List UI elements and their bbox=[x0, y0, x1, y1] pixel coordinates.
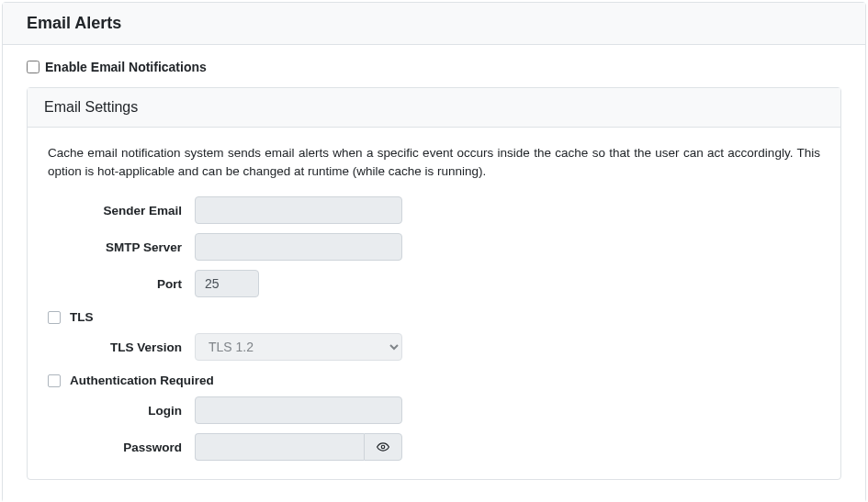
tls-version-row: TLS Version TLS 1.2 bbox=[48, 333, 820, 361]
tls-checkbox[interactable] bbox=[48, 311, 61, 324]
email-settings-description: Cache email notification system sends em… bbox=[48, 144, 820, 180]
enable-email-label: Enable Email Notifications bbox=[45, 60, 207, 74]
smtp-server-row: SMTP Server bbox=[48, 233, 820, 261]
password-input[interactable] bbox=[195, 433, 364, 461]
port-label: Port bbox=[48, 277, 195, 291]
body-area: Enable Email Notifications Email Setting… bbox=[3, 45, 865, 502]
eye-icon bbox=[377, 441, 389, 453]
email-alerts-section: Email Alerts Enable Email Notifications … bbox=[2, 2, 866, 502]
auth-required-row[interactable]: Authentication Required bbox=[48, 374, 820, 387]
password-row: Password bbox=[48, 433, 820, 461]
page-title: Email Alerts bbox=[27, 14, 841, 33]
email-settings-panel: Email Settings Cache email notification … bbox=[27, 87, 841, 480]
tls-version-select[interactable]: TLS 1.2 bbox=[195, 333, 402, 361]
tls-version-label: TLS Version bbox=[48, 340, 195, 354]
toggle-password-button[interactable] bbox=[364, 433, 402, 461]
sender-email-label: Sender Email bbox=[48, 204, 195, 218]
login-row: Login bbox=[48, 396, 820, 424]
page-header: Email Alerts bbox=[3, 3, 865, 45]
login-label: Login bbox=[48, 404, 195, 418]
port-input[interactable] bbox=[195, 270, 259, 297]
email-settings-body: Cache email notification system sends em… bbox=[28, 128, 840, 479]
login-input[interactable] bbox=[195, 396, 402, 424]
sender-email-row: Sender Email bbox=[48, 196, 820, 224]
auth-required-label: Authentication Required bbox=[70, 374, 214, 387]
tls-label: TLS bbox=[70, 310, 94, 324]
sender-email-input[interactable] bbox=[195, 196, 402, 224]
svg-point-0 bbox=[381, 445, 385, 449]
port-row: Port bbox=[48, 270, 820, 297]
password-label: Password bbox=[48, 441, 195, 454]
email-settings-header: Email Settings bbox=[28, 88, 840, 128]
enable-email-checkbox[interactable] bbox=[27, 61, 39, 73]
smtp-server-input[interactable] bbox=[195, 233, 402, 261]
smtp-server-label: SMTP Server bbox=[48, 240, 195, 254]
password-input-group bbox=[195, 433, 402, 461]
auth-required-checkbox[interactable] bbox=[48, 374, 61, 387]
enable-email-row[interactable]: Enable Email Notifications bbox=[27, 60, 841, 74]
tls-row[interactable]: TLS bbox=[48, 310, 820, 324]
